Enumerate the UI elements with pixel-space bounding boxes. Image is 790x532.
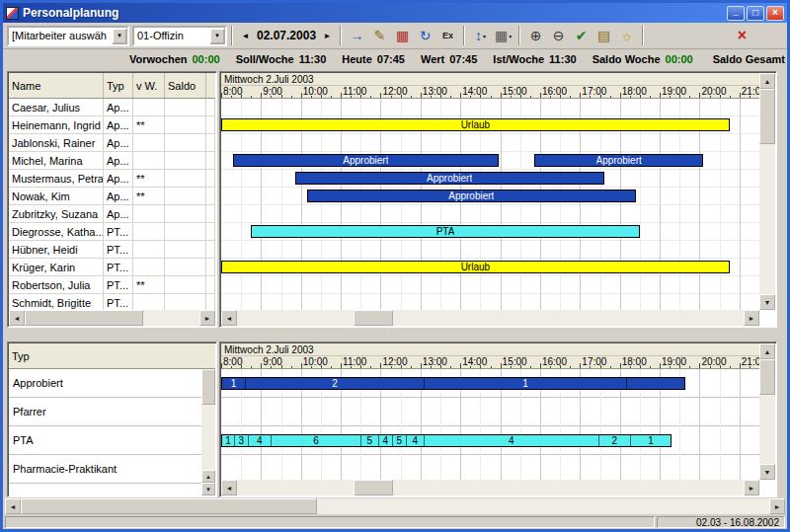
scroll-left-button[interactable]: ◄ bbox=[9, 310, 25, 326]
cardfile-button[interactable]: ▤ bbox=[592, 26, 615, 45]
refresh-button[interactable]: ↻ bbox=[414, 26, 436, 45]
delete-button[interactable]: × bbox=[731, 26, 753, 45]
previous-day-button[interactable]: ◄ bbox=[237, 27, 254, 45]
scroll-left-button[interactable]: ◄ bbox=[5, 498, 21, 514]
gantt-row[interactable] bbox=[221, 241, 759, 259]
scroll-left-button[interactable]: ◄ bbox=[221, 310, 237, 326]
next-day-button[interactable]: ► bbox=[319, 27, 336, 45]
scroll-right-button[interactable]: ► bbox=[744, 480, 759, 495]
gantt-bar[interactable]: Urlaub bbox=[221, 118, 730, 131]
scrollbar-track[interactable] bbox=[237, 310, 744, 326]
type-row[interactable]: PTA bbox=[9, 426, 201, 455]
type-grid-vscrollbar[interactable]: ▲ ▼ bbox=[201, 369, 215, 495]
summary-bar[interactable]: 13465454421 bbox=[221, 434, 672, 447]
title-bar[interactable]: Personalplanung _□× bbox=[3, 3, 787, 23]
employee-row[interactable]: Krüger, KarinPT... bbox=[9, 259, 215, 276]
scrollbar-track[interactable] bbox=[237, 480, 744, 495]
grid-view-button[interactable]: ▦▾ bbox=[492, 26, 514, 45]
scrollbar-thumb[interactable] bbox=[759, 89, 775, 144]
employee-row[interactable]: Caesar, JuliusAp... bbox=[9, 99, 215, 116]
tick-mark bbox=[411, 366, 412, 368]
branch-select[interactable]: 01-Offizin ▼ bbox=[132, 26, 227, 46]
employee-row[interactable]: Michel, MarinaAp... bbox=[9, 152, 215, 170]
scroll-right-button[interactable]: ► bbox=[744, 310, 759, 326]
scroll-up-button[interactable]: ▲ bbox=[201, 470, 215, 483]
summary-row[interactable] bbox=[221, 398, 759, 426]
gantt-row[interactable] bbox=[221, 134, 759, 152]
top-gantt-vscrollbar[interactable]: ▲ ▼ bbox=[759, 73, 775, 310]
gantt-bar[interactable]: Approbiert bbox=[295, 172, 604, 185]
close-button[interactable]: × bbox=[766, 6, 784, 21]
typ-cell: Ap... bbox=[104, 188, 133, 204]
bottom-gantt-vscrollbar[interactable]: ▲ ▼ bbox=[759, 343, 775, 480]
gantt-bar[interactable]: Approbiert bbox=[534, 154, 704, 167]
employee-row[interactable]: Mustermaus, PetraAp...** bbox=[9, 170, 215, 188]
horizontal-splitter[interactable] bbox=[3, 328, 787, 342]
employee-row[interactable]: Hübner, HeidiPT... bbox=[9, 241, 215, 259]
employee-grid-hscrollbar[interactable]: ◄ ► bbox=[9, 310, 215, 326]
scrollbar-thumb[interactable] bbox=[21, 498, 317, 514]
scrollbar-thumb[interactable] bbox=[354, 480, 393, 495]
scrollbar-track[interactable] bbox=[25, 310, 199, 326]
status-strip: Vorwochen00:00Soll/Woche11:30Heute07:45W… bbox=[3, 49, 787, 69]
top-gantt-hscrollbar[interactable]: ◄ ► bbox=[221, 310, 759, 326]
gantt-bar[interactable]: Urlaub bbox=[221, 261, 730, 273]
scrollbar-track[interactable] bbox=[201, 369, 215, 470]
gantt-row[interactable] bbox=[221, 99, 759, 116]
scrollbar-thumb[interactable] bbox=[25, 310, 143, 326]
type-row[interactable]: Approbiert bbox=[9, 369, 201, 398]
gantt-row[interactable] bbox=[221, 276, 759, 294]
app-hscrollbar[interactable]: ◄ ► bbox=[5, 498, 785, 514]
scrollbar-track[interactable] bbox=[21, 498, 769, 514]
employee-row[interactable]: Zubritzky, SuzanaAp... bbox=[9, 205, 215, 223]
type-row[interactable]: Pharmacie-Praktikant bbox=[9, 455, 201, 484]
edit-plan-button[interactable]: ✎ bbox=[368, 26, 391, 45]
scrollbar-thumb[interactable] bbox=[759, 359, 775, 395]
scrollbar-track[interactable] bbox=[759, 359, 775, 464]
scrollbar-thumb[interactable] bbox=[354, 310, 393, 326]
excel-export-button[interactable]: Ex bbox=[436, 26, 459, 45]
scroll-up-button[interactable]: ▲ bbox=[759, 73, 775, 89]
scroll-down-button[interactable]: ▼ bbox=[759, 464, 775, 480]
scroll-right-button[interactable]: ► bbox=[769, 498, 785, 514]
employee-row[interactable]: Jablonski, RainerAp... bbox=[9, 134, 215, 152]
scrollbar-thumb[interactable] bbox=[201, 369, 215, 405]
summary-row[interactable] bbox=[221, 455, 759, 480]
gantt-bar[interactable]: Approbiert bbox=[307, 190, 636, 202]
zoom-in-button[interactable]: ⊕ bbox=[524, 26, 547, 45]
minimize-button[interactable]: _ bbox=[727, 6, 745, 21]
confirm-button[interactable]: ✔ bbox=[570, 26, 592, 45]
goto-day-button[interactable]: → bbox=[346, 26, 368, 45]
zoom-out-button[interactable]: ⊖ bbox=[547, 26, 570, 45]
scroll-left-button[interactable]: ◄ bbox=[221, 480, 237, 495]
day-header: Mittwoch 2.Juli 2003 bbox=[221, 343, 759, 356]
notes-button[interactable]: ☼ bbox=[615, 26, 638, 45]
tick-mark bbox=[380, 363, 381, 368]
employee-row[interactable]: Robertson, JuliaPT...** bbox=[9, 276, 215, 294]
statusbar-panel bbox=[5, 516, 655, 528]
scroll-up-button[interactable]: ▲ bbox=[759, 343, 775, 359]
gantt-bar[interactable]: PTA bbox=[251, 225, 640, 238]
hour-label: 9:00 bbox=[263, 356, 281, 367]
sort-rows-button[interactable]: ↕▾ bbox=[469, 26, 492, 45]
gantt-row[interactable] bbox=[221, 205, 759, 223]
employee-select[interactable]: [Mitarbeiter auswäh ▼ bbox=[7, 26, 129, 46]
type-row[interactable]: Pfarrer bbox=[9, 398, 201, 426]
employee-row[interactable]: Nowak, KimAp...** bbox=[9, 188, 215, 205]
scrollbar-track[interactable] bbox=[759, 89, 775, 294]
employee-row[interactable]: Diegrosse, Katha...PT... bbox=[9, 223, 215, 241]
scroll-down-button[interactable]: ▼ bbox=[201, 483, 215, 495]
column-header: Name bbox=[9, 73, 104, 98]
gantt-bar[interactable]: Approbiert bbox=[233, 154, 498, 167]
scroll-down-button[interactable]: ▼ bbox=[759, 294, 775, 310]
bottom-gantt-hscrollbar[interactable]: ◄ ► bbox=[221, 480, 759, 495]
branch-select-arrow[interactable]: ▼ bbox=[209, 28, 225, 44]
maximize-button[interactable]: □ bbox=[747, 6, 764, 21]
scroll-right-button[interactable]: ► bbox=[199, 310, 215, 326]
hour-label: 17:00 bbox=[582, 86, 606, 97]
employee-row[interactable]: Heinemann, IngridAp...** bbox=[9, 116, 215, 134]
tick-mark bbox=[600, 95, 601, 98]
calendar-button[interactable]: ▦ bbox=[391, 26, 414, 45]
summary-bar[interactable]: 121 bbox=[221, 377, 685, 390]
employee-select-arrow[interactable]: ▼ bbox=[112, 28, 127, 44]
